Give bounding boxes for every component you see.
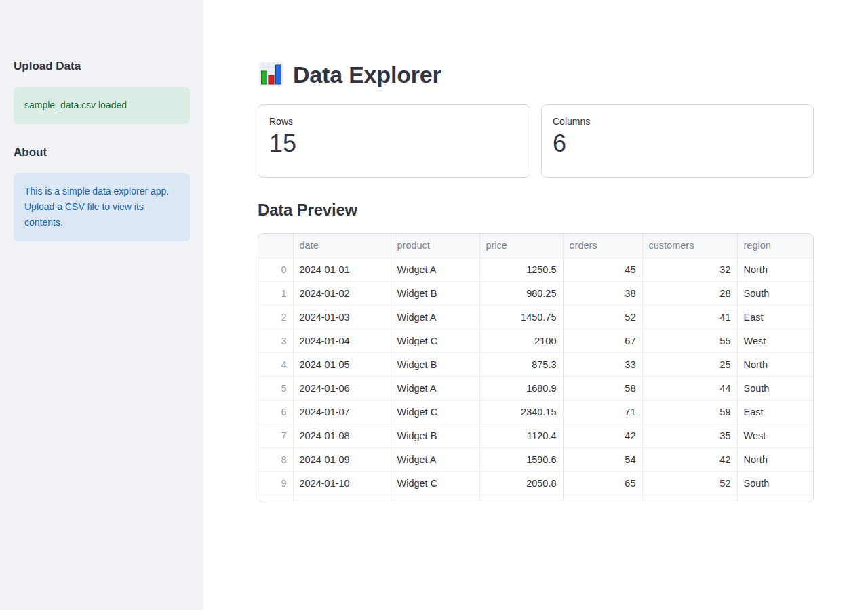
cell-date[interactable] bbox=[293, 495, 391, 502]
cell-price[interactable]: 2100 bbox=[479, 329, 563, 352]
row-index-cell[interactable]: 8 bbox=[258, 447, 293, 471]
table-row: 02024-01-01Widget A1250.54532North bbox=[258, 258, 814, 281]
row-index-cell[interactable]: 2 bbox=[258, 305, 293, 329]
cell-date[interactable]: 2024-01-07 bbox=[293, 400, 391, 424]
cell-price[interactable]: 2340.15 bbox=[479, 400, 563, 424]
main-content: Data Explorer Rows 15 Columns 6 Data Pre… bbox=[203, 0, 868, 610]
cell-customers[interactable]: 41 bbox=[642, 305, 737, 329]
cell-orders[interactable]: 52 bbox=[563, 305, 642, 329]
cell-price[interactable]: 980.25 bbox=[479, 281, 563, 305]
column-header-date[interactable]: date bbox=[293, 234, 391, 258]
cell-orders[interactable]: 38 bbox=[563, 281, 642, 305]
cell-orders[interactable]: 67 bbox=[563, 329, 642, 352]
cell-product[interactable]: Widget C bbox=[391, 400, 479, 424]
cell-region[interactable]: South bbox=[737, 281, 814, 305]
column-header-customers[interactable]: customers bbox=[642, 234, 737, 258]
cell-price[interactable]: 875.3 bbox=[479, 352, 563, 376]
cell-product[interactable]: Widget A bbox=[391, 376, 479, 400]
cell-date[interactable]: 2024-01-10 bbox=[293, 471, 391, 495]
data-preview-heading: Data Preview bbox=[258, 201, 814, 220]
cell-product[interactable]: Widget A bbox=[391, 305, 479, 329]
cell-customers[interactable]: 52 bbox=[642, 471, 737, 495]
cell-region[interactable]: North bbox=[737, 258, 814, 281]
row-index-cell[interactable]: 4 bbox=[258, 352, 293, 376]
cell-date[interactable]: 2024-01-03 bbox=[293, 305, 391, 329]
cell-date[interactable]: 2024-01-06 bbox=[293, 376, 391, 400]
cell-product[interactable]: Widget B bbox=[391, 281, 479, 305]
cell-product[interactable]: Widget B bbox=[391, 352, 479, 376]
table-row: 52024-01-06Widget A1680.95844South bbox=[258, 376, 814, 400]
cell-customers[interactable]: 55 bbox=[642, 329, 737, 352]
cell-product[interactable]: Widget C bbox=[391, 329, 479, 352]
about-heading: About bbox=[14, 146, 190, 159]
cell-orders[interactable]: 45 bbox=[563, 258, 642, 281]
row-index-cell[interactable] bbox=[258, 495, 293, 502]
cell-region[interactable]: West bbox=[737, 424, 814, 447]
row-index-cell[interactable]: 5 bbox=[258, 376, 293, 400]
row-index-cell[interactable]: 1 bbox=[258, 281, 293, 305]
cell-region[interactable]: East bbox=[737, 495, 814, 502]
table-header-row: dateproductpriceorderscustomersregion bbox=[258, 234, 814, 258]
upload-success-alert: sample_data.csv loaded bbox=[14, 87, 190, 124]
row-index-cell[interactable]: 6 bbox=[258, 400, 293, 424]
cell-orders[interactable] bbox=[563, 495, 642, 502]
cell-date[interactable]: 2024-01-01 bbox=[293, 258, 391, 281]
cell-price[interactable]: 1250.5 bbox=[479, 258, 563, 281]
table-row: 82024-01-09Widget A1590.65442North bbox=[258, 447, 814, 471]
cell-product[interactable]: Widget B bbox=[391, 424, 479, 447]
metric-columns-label: Columns bbox=[553, 116, 802, 127]
page-title-text: Data Explorer bbox=[293, 62, 441, 88]
column-header-orders[interactable]: orders bbox=[563, 234, 642, 258]
cell-product[interactable]: Widget B bbox=[391, 495, 479, 502]
column-header-region[interactable]: region bbox=[737, 234, 814, 258]
table-row: 72024-01-08Widget B1120.44235West bbox=[258, 424, 814, 447]
cell-product[interactable]: Widget C bbox=[391, 471, 479, 495]
cell-region[interactable]: South bbox=[737, 376, 814, 400]
cell-product[interactable]: Widget A bbox=[391, 447, 479, 471]
cell-customers[interactable]: 59 bbox=[642, 400, 737, 424]
table-row: 92024-01-10Widget C2050.86552South bbox=[258, 471, 814, 495]
cell-orders[interactable]: 71 bbox=[563, 400, 642, 424]
cell-region[interactable]: West bbox=[737, 329, 814, 352]
cell-date[interactable]: 2024-01-08 bbox=[293, 424, 391, 447]
cell-date[interactable]: 2024-01-09 bbox=[293, 447, 391, 471]
column-header-price[interactable]: price bbox=[479, 234, 563, 258]
cell-price[interactable]: 1120.4 bbox=[479, 424, 563, 447]
row-index-cell[interactable]: 9 bbox=[258, 471, 293, 495]
cell-orders[interactable]: 58 bbox=[563, 376, 642, 400]
metric-rows: Rows 15 bbox=[258, 104, 530, 178]
table-row: 22024-01-03Widget A1450.755241East bbox=[258, 305, 814, 329]
column-header-index[interactable] bbox=[258, 234, 293, 258]
cell-customers[interactable]: 25 bbox=[642, 352, 737, 376]
cell-region[interactable]: North bbox=[737, 352, 814, 376]
cell-price[interactable]: 1680.9 bbox=[479, 376, 563, 400]
cell-region[interactable]: South bbox=[737, 471, 814, 495]
cell-price[interactable]: 2050.8 bbox=[479, 471, 563, 495]
data-preview-table[interactable]: dateproductpriceorderscustomersregion 02… bbox=[258, 233, 814, 502]
cell-customers[interactable] bbox=[642, 495, 737, 502]
cell-price[interactable]: 1590.6 bbox=[479, 447, 563, 471]
cell-orders[interactable]: 65 bbox=[563, 471, 642, 495]
cell-region[interactable]: North bbox=[737, 447, 814, 471]
cell-customers[interactable]: 42 bbox=[642, 447, 737, 471]
cell-customers[interactable]: 28 bbox=[642, 281, 737, 305]
row-index-cell[interactable]: 3 bbox=[258, 329, 293, 352]
row-index-cell[interactable]: 7 bbox=[258, 424, 293, 447]
cell-price[interactable]: 1450.75 bbox=[479, 305, 563, 329]
row-index-cell[interactable]: 0 bbox=[258, 258, 293, 281]
cell-orders[interactable]: 54 bbox=[563, 447, 642, 471]
cell-customers[interactable]: 32 bbox=[642, 258, 737, 281]
cell-product[interactable]: Widget A bbox=[391, 258, 479, 281]
cell-date[interactable]: 2024-01-02 bbox=[293, 281, 391, 305]
cell-orders[interactable]: 33 bbox=[563, 352, 642, 376]
cell-region[interactable]: East bbox=[737, 305, 814, 329]
cell-region[interactable]: East bbox=[737, 400, 814, 424]
cell-date[interactable]: 2024-01-05 bbox=[293, 352, 391, 376]
column-header-product[interactable]: product bbox=[391, 234, 479, 258]
cell-customers[interactable]: 44 bbox=[642, 376, 737, 400]
metric-columns-value: 6 bbox=[553, 129, 802, 157]
cell-price[interactable] bbox=[479, 495, 563, 502]
cell-customers[interactable]: 35 bbox=[642, 424, 737, 447]
cell-orders[interactable]: 42 bbox=[563, 424, 642, 447]
cell-date[interactable]: 2024-01-04 bbox=[293, 329, 391, 352]
